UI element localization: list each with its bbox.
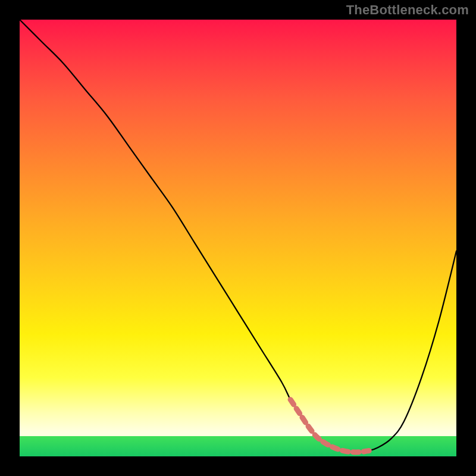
curve-minimum-highlight: [290, 400, 369, 452]
bottleneck-curve: [20, 20, 456, 452]
plot-area: [20, 20, 456, 456]
curve-svg: [20, 20, 456, 456]
chart-frame: TheBottleneck.com: [0, 0, 476, 476]
watermark-text: TheBottleneck.com: [346, 2, 469, 18]
